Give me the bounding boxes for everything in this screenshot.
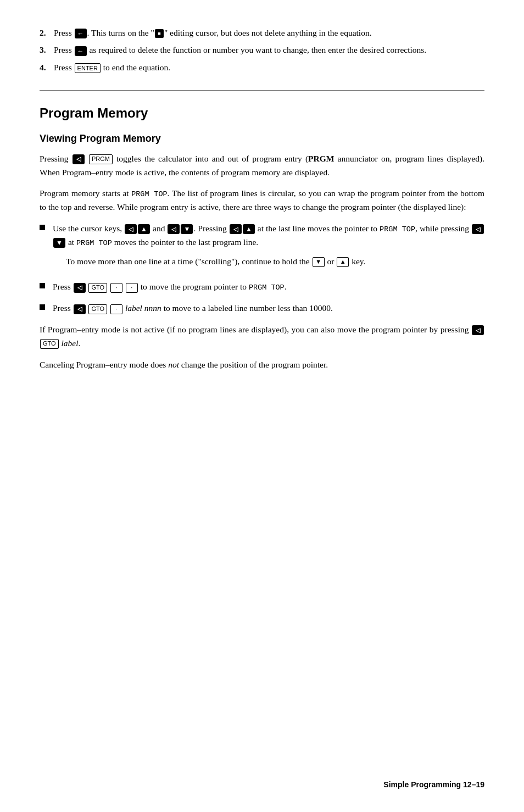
down-key-2: ▼ [53, 238, 65, 248]
label-nnnn: label nnnn [125, 303, 161, 313]
step-3: 3. Press ← as required to delete the fun… [40, 43, 484, 56]
label-italic-p3: label [62, 338, 79, 348]
prgm-top-1: PRGM TOP [131, 190, 167, 198]
bullet-sq-3 [40, 304, 45, 310]
down-key-1: ▼ [181, 224, 193, 234]
cursor-icon: ■ [155, 29, 164, 38]
step-2: 2. Press ←. This turns on the "■" editin… [40, 26, 484, 39]
step-4-content: Press ENTER to end the equation. [54, 61, 484, 74]
step-2-num: 2. [40, 26, 54, 39]
shift-key-b2a: ◁ [74, 283, 86, 293]
para-viewing-3: If Program–entry mode is not active (if … [40, 323, 484, 351]
up-key-1: ▲ [138, 224, 150, 234]
bullet-2: Press ◁ GTO · · to move the program poin… [40, 280, 484, 294]
enter-key: ENTER [75, 63, 101, 73]
bullet-sq-2 [40, 283, 45, 288]
bullet-3-content: Press ◁ GTO · label nnnn to move to a la… [53, 302, 484, 315]
prgm-top-4: PRGM TOP [249, 283, 285, 292]
backspace-key-1: ← [75, 29, 87, 38]
section-title: Program Memory [40, 105, 484, 121]
gto-key-1: GTO [88, 283, 107, 293]
para-viewing-4: Canceling Program–entry mode does not ch… [40, 358, 484, 372]
para-viewing-1: Pressing ◁ PRGM toggles the calculator i… [40, 152, 484, 180]
prgm-bold: PRGM [308, 154, 334, 163]
step-3-num: 3. [40, 43, 54, 56]
backspace-key-2: ← [75, 46, 87, 56]
prgm-top-3: PRGM TOP [76, 239, 112, 247]
step-4-num: 4. [40, 61, 54, 74]
page-footer: Simple Programming 12–19 [383, 780, 484, 789]
down-key-outline: ▼ [313, 257, 325, 267]
shift-key-b1d: ◁ [472, 224, 484, 234]
bullet-3: Press ◁ GTO · label nnnn to move to a la… [40, 302, 484, 315]
bullet-1-content: Use the cursor keys, ◁▲ and ◁▼. Pressing… [53, 222, 484, 272]
numbered-steps: 2. Press ←. This turns on the "■" editin… [40, 26, 484, 74]
para1-pressing: Pressing [40, 154, 69, 163]
prgm-key: PRGM [89, 154, 113, 164]
dot-key-2: · [126, 283, 138, 293]
up-key-outline: ▲ [337, 257, 349, 267]
gto-key-2: GTO [88, 304, 107, 314]
bullet-sq-1 [40, 225, 45, 230]
shift-key-b1b: ◁ [168, 224, 180, 234]
shift-key-p3: ◁ [472, 325, 484, 335]
prgm-top-2: PRGM TOP [380, 225, 415, 233]
step-4: 4. Press ENTER to end the equation. [40, 61, 484, 74]
bullet-2-content: Press ◁ GTO · · to move the program poin… [53, 280, 484, 294]
para-viewing-2: Program memory starts at PRGM TOP. The l… [40, 187, 484, 214]
bullet-list: Use the cursor keys, ◁▲ and ◁▼. Pressing… [40, 222, 484, 315]
up-key-2: ▲ [243, 224, 255, 234]
step-3-content: Press ← as required to delete the functi… [54, 43, 484, 56]
dot-key-1: · [110, 283, 122, 293]
gto-key-3: GTO [40, 339, 59, 349]
shift-key-b1c: ◁ [230, 224, 242, 234]
dot-key-3: · [110, 304, 122, 314]
shift-key-b3a: ◁ [74, 304, 86, 314]
subsection-title: Viewing Program Memory [40, 133, 484, 144]
step-2-content: Press ←. This turns on the "■" editing c… [54, 26, 484, 39]
bullet-1: Use the cursor keys, ◁▲ and ◁▼. Pressing… [40, 222, 484, 272]
sub-note-scroll: To move more than one line at a time ("s… [66, 255, 484, 269]
shift-key-1: ◁ [73, 154, 85, 164]
shift-key-b1a: ◁ [125, 224, 137, 234]
section-divider [40, 90, 484, 91]
not-italic: not [168, 360, 179, 369]
